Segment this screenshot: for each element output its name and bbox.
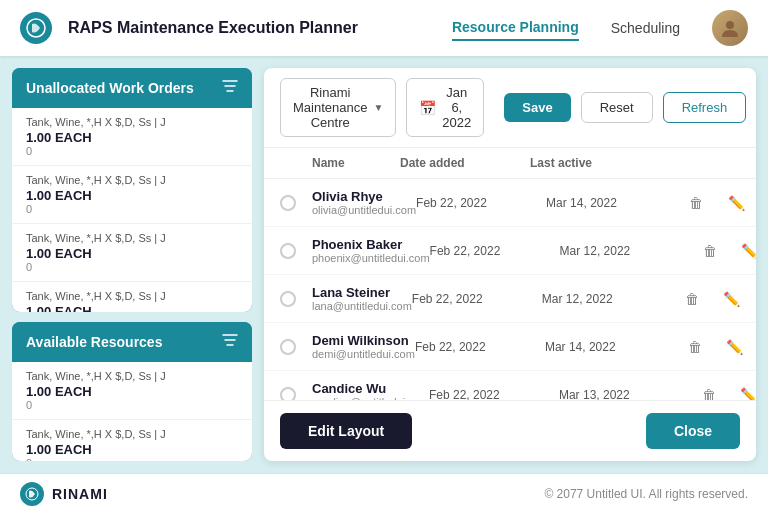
col-action-2 bbox=[700, 156, 740, 170]
table-row: Candice Wu candice@untitledui.com Feb 22… bbox=[264, 371, 756, 400]
svg-point-1 bbox=[726, 21, 734, 29]
col-name: Name bbox=[312, 156, 400, 170]
row-last-active: Mar 12, 2022 bbox=[560, 244, 690, 258]
main-nav: Resource Planning Scheduling bbox=[452, 15, 680, 41]
row-name-cell: Candice Wu candice@untitledui.com bbox=[312, 381, 429, 400]
row-date-added: Feb 22, 2022 bbox=[412, 292, 542, 306]
row-select-checkbox[interactable] bbox=[280, 291, 296, 307]
avatar-image bbox=[712, 10, 748, 46]
footer-copyright: © 2077 Untitled UI. All rights reserved. bbox=[544, 487, 748, 501]
work-order-item: Tank, Wine, *,H X $,D, Ss | J 1.00 EACH … bbox=[12, 108, 252, 166]
avatar[interactable] bbox=[712, 10, 748, 46]
filter-icon[interactable] bbox=[222, 78, 238, 98]
user-email: phoenix@untitledui.com bbox=[312, 252, 430, 264]
row-name-cell: Demi Wilkinson demi@untitledui.com bbox=[312, 333, 415, 360]
work-order-num: 0 bbox=[26, 145, 238, 157]
reset-button[interactable]: Reset bbox=[581, 92, 653, 123]
row-select-checkbox[interactable] bbox=[280, 243, 296, 259]
unallocated-body: Tank, Wine, *,H X $,D, Ss | J 1.00 EACH … bbox=[12, 108, 252, 312]
col-date-added: Date added bbox=[400, 156, 530, 170]
delete-button[interactable]: 🗑 bbox=[689, 383, 729, 401]
work-order-qty: 1.00 EACH bbox=[26, 304, 238, 312]
edit-button[interactable]: ✏️ bbox=[712, 287, 752, 311]
work-order-qty: 1.00 EACH bbox=[26, 130, 238, 145]
row-last-active: Mar 12, 2022 bbox=[542, 292, 672, 306]
user-name: Demi Wilkinson bbox=[312, 333, 415, 348]
row-select-checkbox[interactable] bbox=[280, 387, 296, 401]
nav-resource-planning[interactable]: Resource Planning bbox=[452, 15, 579, 41]
users-table: Name Date added Last active Olivia Rhye … bbox=[264, 148, 756, 400]
available-desc: Tank, Wine, *,H X $,D, Ss | J bbox=[26, 428, 238, 440]
date-picker[interactable]: 📅 Jan 6, 2022 bbox=[406, 78, 484, 137]
save-button[interactable]: Save bbox=[504, 93, 570, 122]
available-item: Tank, Wine, *,H X $,D, Ss | J 1.00 EACH … bbox=[12, 362, 252, 420]
edit-button[interactable]: ✏️ bbox=[716, 191, 756, 215]
header: RAPS Maintenance Execution Planner Resou… bbox=[0, 0, 768, 56]
modal-footer: Edit Layout Close bbox=[264, 400, 756, 461]
left-panel: Unallocated Work Orders Tank, Wine, *,H … bbox=[12, 68, 252, 461]
edit-button[interactable]: ✏️ bbox=[715, 335, 755, 359]
unallocated-title: Unallocated Work Orders bbox=[26, 80, 194, 96]
unallocated-section: Unallocated Work Orders Tank, Wine, *,H … bbox=[12, 68, 252, 312]
delete-button[interactable]: 🗑 bbox=[675, 335, 715, 359]
main-content: Unallocated Work Orders Tank, Wine, *,H … bbox=[0, 56, 768, 473]
maintenance-centre-dropdown[interactable]: Rinami Maintenance Centre ▼ bbox=[280, 78, 396, 137]
work-order-qty: 1.00 EACH bbox=[26, 188, 238, 203]
available-header: Available Resources bbox=[12, 322, 252, 362]
user-name: Lana Steiner bbox=[312, 285, 412, 300]
work-order-qty: 1.00 EACH bbox=[26, 246, 238, 261]
delete-button[interactable]: 🗑 bbox=[676, 191, 716, 215]
col-action-1 bbox=[660, 156, 700, 170]
nav-scheduling[interactable]: Scheduling bbox=[611, 16, 680, 40]
edit-button[interactable]: ✏️ bbox=[730, 239, 756, 263]
row-date-added: Feb 22, 2022 bbox=[415, 340, 545, 354]
available-desc: Tank, Wine, *,H X $,D, Ss | J bbox=[26, 370, 238, 382]
delete-button[interactable]: 🗑 bbox=[672, 287, 712, 311]
unallocated-header: Unallocated Work Orders bbox=[12, 68, 252, 108]
app-logo bbox=[20, 12, 52, 44]
footer-logo-icon bbox=[20, 482, 44, 506]
row-last-active: Mar 13, 2022 bbox=[559, 388, 689, 401]
table-row: Lana Steiner lana@untitledui.com Feb 22,… bbox=[264, 275, 756, 323]
edit-button[interactable]: ✏️ bbox=[729, 383, 756, 401]
delete-button[interactable]: 🗑 bbox=[690, 239, 730, 263]
available-title: Available Resources bbox=[26, 334, 162, 350]
edit-layout-button[interactable]: Edit Layout bbox=[280, 413, 412, 449]
work-order-desc: Tank, Wine, *,H X $,D, Ss | J bbox=[26, 174, 238, 186]
available-num: 0 bbox=[26, 399, 238, 411]
row-name-cell: Lana Steiner lana@untitledui.com bbox=[312, 285, 412, 312]
row-select-checkbox[interactable] bbox=[280, 339, 296, 355]
row-name-cell: Olivia Rhye olivia@untitledui.com bbox=[312, 189, 416, 216]
row-last-active: Mar 14, 2022 bbox=[545, 340, 675, 354]
table-row: Olivia Rhye olivia@untitledui.com Feb 22… bbox=[264, 179, 756, 227]
calendar-icon: 📅 bbox=[419, 100, 436, 116]
col-checkbox bbox=[280, 156, 312, 170]
row-date-added: Feb 22, 2022 bbox=[429, 388, 559, 401]
close-button[interactable]: Close bbox=[646, 413, 740, 449]
available-qty: 1.00 EACH bbox=[26, 384, 238, 399]
user-name: Olivia Rhye bbox=[312, 189, 416, 204]
modal-panel: Rinami Maintenance Centre ▼ 📅 Jan 6, 202… bbox=[264, 68, 756, 461]
footer: RINAMI © 2077 Untitled UI. All rights re… bbox=[0, 473, 768, 513]
refresh-button[interactable]: Refresh bbox=[663, 92, 747, 123]
row-select-checkbox[interactable] bbox=[280, 195, 296, 211]
work-order-desc: Tank, Wine, *,H X $,D, Ss | J bbox=[26, 116, 238, 128]
app-title: RAPS Maintenance Execution Planner bbox=[68, 19, 436, 37]
row-date-added: Feb 22, 2022 bbox=[430, 244, 560, 258]
user-name: Phoenix Baker bbox=[312, 237, 430, 252]
work-order-desc: Tank, Wine, *,H X $,D, Ss | J bbox=[26, 232, 238, 244]
footer-logo: RINAMI bbox=[20, 482, 108, 506]
work-order-item: Tank, Wine, *,H X $,D, Ss | J 1.00 EACH … bbox=[12, 224, 252, 282]
chevron-down-icon: ▼ bbox=[373, 102, 383, 113]
row-name-cell: Phoenix Baker phoenix@untitledui.com bbox=[312, 237, 430, 264]
available-section: Available Resources Tank, Wine, *,H X $,… bbox=[12, 322, 252, 461]
modal-toolbar: Rinami Maintenance Centre ▼ 📅 Jan 6, 202… bbox=[264, 68, 756, 148]
available-num: 0 bbox=[26, 457, 238, 461]
user-email: olivia@untitledui.com bbox=[312, 204, 416, 216]
row-date-added: Feb 22, 2022 bbox=[416, 196, 546, 210]
work-order-desc: Tank, Wine, *,H X $,D, Ss | J bbox=[26, 290, 238, 302]
table-row: Demi Wilkinson demi@untitledui.com Feb 2… bbox=[264, 323, 756, 371]
work-order-item: Tank, Wine, *,H X $,D, Ss | J 1.00 EACH … bbox=[12, 282, 252, 312]
available-filter-icon[interactable] bbox=[222, 332, 238, 352]
table-header: Name Date added Last active bbox=[264, 148, 756, 179]
